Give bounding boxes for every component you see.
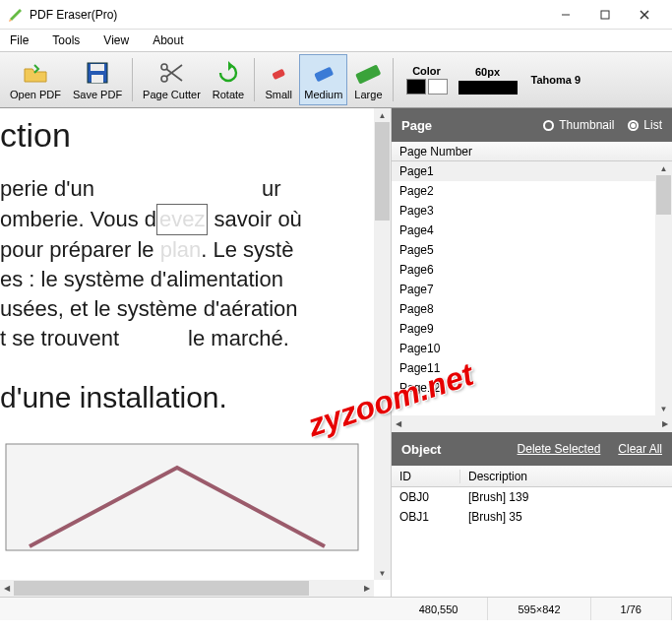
brush-size-preview xyxy=(458,81,518,95)
scroll-up-icon[interactable]: ▲ xyxy=(655,161,672,175)
statusbar: 480,550 595×842 1/76 xyxy=(0,597,672,620)
page-list-item[interactable]: Page7 xyxy=(392,280,672,299)
canvas[interactable]: ction perie d'unur omberie. Vous devez s… xyxy=(0,108,392,597)
thumbnail-radio[interactable] xyxy=(543,120,554,131)
canvas-hscrollbar[interactable]: ◀ ▶ xyxy=(0,580,374,597)
status-page: 1/76 xyxy=(591,598,672,620)
page-column-header[interactable]: Page Number xyxy=(392,142,672,161)
page-list-item[interactable]: Page4 xyxy=(392,221,672,240)
eraser-small-label: Small xyxy=(265,89,292,100)
object-column-header[interactable]: ID Description xyxy=(392,466,672,487)
swatch-black[interactable] xyxy=(406,79,426,95)
scissors-icon xyxy=(157,59,185,87)
page-list-item[interactable]: Page8 xyxy=(392,299,672,319)
menubar: File Tools View About xyxy=(0,30,672,51)
menu-tools[interactable]: Tools xyxy=(52,33,80,47)
save-pdf-label: Save PDF xyxy=(73,89,122,100)
scroll-left-icon[interactable]: ◀ xyxy=(392,415,405,432)
page-list-item[interactable]: Page10 xyxy=(392,339,672,358)
doc-heading: ction xyxy=(0,116,374,155)
scroll-right-icon[interactable]: ▶ xyxy=(658,415,672,432)
scroll-down-icon[interactable]: ▼ xyxy=(655,402,672,415)
eraser-medium-icon xyxy=(310,59,337,87)
maximize-button[interactable] xyxy=(585,1,625,29)
color-picker[interactable]: Color xyxy=(405,65,449,95)
page-panel-header: Page Thumbnail List xyxy=(392,108,672,142)
status-coords: 480,550 xyxy=(390,598,489,620)
eraser-medium-button[interactable]: Medium xyxy=(299,54,347,105)
svg-rect-12 xyxy=(314,67,334,83)
scroll-thumb[interactable] xyxy=(375,122,390,221)
menu-file[interactable]: File xyxy=(10,33,29,47)
svg-rect-11 xyxy=(273,69,286,80)
window-title: PDF Eraser(Pro) xyxy=(30,8,546,22)
rotate-button[interactable]: Rotate xyxy=(208,54,249,105)
menu-view[interactable]: View xyxy=(103,33,129,47)
page-list[interactable]: Page1Page2Page3Page4Page5Page6Page7Page8… xyxy=(392,161,672,415)
separator xyxy=(132,58,133,101)
object-row[interactable]: OBJ1[Brush] 35 xyxy=(392,507,672,527)
page-list-item[interactable]: Page2 xyxy=(392,181,672,201)
app-icon xyxy=(8,7,24,23)
save-pdf-button[interactable]: Save PDF xyxy=(68,54,127,105)
pagelist-vscrollbar[interactable]: ▲ ▼ xyxy=(655,161,672,415)
open-pdf-label: Open PDF xyxy=(10,89,61,100)
page-list-item[interactable]: Page12 xyxy=(392,378,672,398)
side-panel: Page Thumbnail List Page Number Page1Pag… xyxy=(392,108,672,597)
svg-rect-6 xyxy=(92,75,103,83)
eraser-large-icon xyxy=(354,59,382,87)
document-view[interactable]: ction perie d'unur omberie. Vous devez s… xyxy=(0,108,374,580)
clear-all-link[interactable]: Clear All xyxy=(618,442,662,456)
object-header-label: Object xyxy=(401,442,441,457)
status-dimensions: 595×842 xyxy=(488,598,590,620)
object-list[interactable]: OBJ0[Brush] 139OBJ1[Brush] 35 xyxy=(392,487,672,597)
eraser-small-button[interactable]: Small xyxy=(260,54,297,105)
page-list-item[interactable]: Page1 xyxy=(392,161,672,181)
rotate-icon xyxy=(214,59,242,87)
house-drawing xyxy=(0,438,364,556)
scroll-thumb[interactable] xyxy=(656,175,671,215)
scroll-left-icon[interactable]: ◀ xyxy=(0,580,14,597)
obj-col-desc: Description xyxy=(460,470,672,483)
list-label[interactable]: List xyxy=(643,118,662,132)
page-list-item[interactable]: Page5 xyxy=(392,240,672,260)
brush-size[interactable]: 60px xyxy=(458,66,518,95)
brush-size-label: 60px xyxy=(475,66,500,78)
open-pdf-button[interactable]: Open PDF xyxy=(5,54,66,105)
minimize-button[interactable] xyxy=(546,1,585,29)
swatch-white[interactable] xyxy=(428,79,448,95)
eraser-large-button[interactable]: Large xyxy=(349,54,387,105)
svg-rect-13 xyxy=(355,64,381,84)
scroll-right-icon[interactable]: ▶ xyxy=(360,580,374,597)
scroll-thumb[interactable] xyxy=(14,581,309,596)
titlebar: PDF Eraser(Pro) xyxy=(0,0,672,30)
rotate-label: Rotate xyxy=(213,89,244,100)
color-label: Color xyxy=(412,65,441,77)
page-list-item[interactable]: Page9 xyxy=(392,319,672,339)
page-header-label: Page xyxy=(401,118,432,133)
scroll-up-icon[interactable]: ▲ xyxy=(374,108,391,122)
canvas-vscrollbar[interactable]: ▲ ▼ xyxy=(374,108,391,580)
delete-selected-link[interactable]: Delete Selected xyxy=(518,442,601,456)
page-cutter-label: Page Cutter xyxy=(143,89,201,100)
floppy-icon xyxy=(84,59,111,87)
toolbar: Open PDF Save PDF Page Cutter Rotate Sma… xyxy=(0,51,672,108)
list-radio[interactable] xyxy=(628,120,639,131)
workarea: ction perie d'unur omberie. Vous devez s… xyxy=(0,108,672,597)
menu-about[interactable]: About xyxy=(153,33,183,47)
pagelist-hscrollbar[interactable]: ◀ ▶ xyxy=(392,415,672,432)
eraser-medium-label: Medium xyxy=(304,89,342,100)
page-list-item[interactable]: Page11 xyxy=(392,358,672,378)
scroll-down-icon[interactable]: ▼ xyxy=(374,566,391,580)
object-row[interactable]: OBJ0[Brush] 139 xyxy=(392,487,672,507)
page-list-item[interactable]: Page6 xyxy=(392,260,672,280)
page-cutter-button[interactable]: Page Cutter xyxy=(138,54,206,105)
folder-open-icon xyxy=(22,59,49,87)
close-button[interactable] xyxy=(625,1,664,29)
thumbnail-label[interactable]: Thumbnail xyxy=(559,118,614,132)
page-list-item[interactable]: Page3 xyxy=(392,201,672,221)
obj-col-id: ID xyxy=(392,470,460,483)
svg-rect-1 xyxy=(601,11,609,19)
separator xyxy=(254,58,255,101)
font-label[interactable]: Tahoma 9 xyxy=(531,74,581,86)
